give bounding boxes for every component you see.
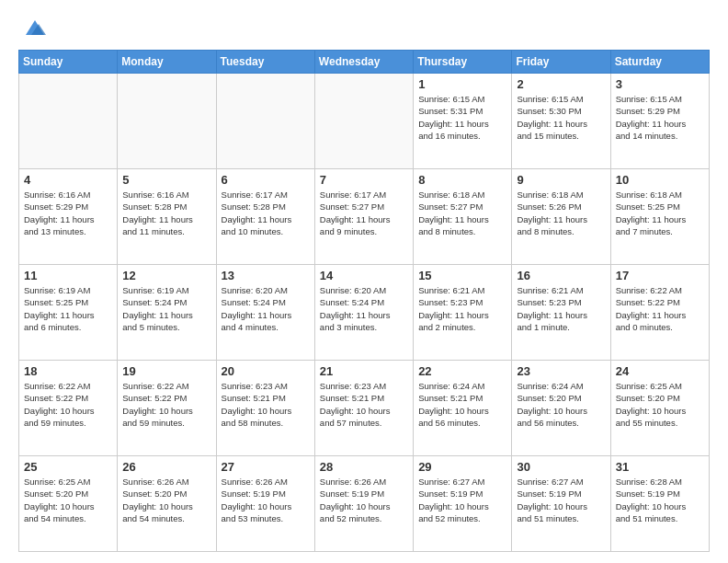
weekday-header-monday: Monday — [118, 51, 216, 74]
calendar-cell: 4Sunrise: 6:16 AMSunset: 5:29 PMDaylight… — [19, 169, 118, 265]
day-number: 16 — [517, 269, 605, 282]
day-info: Sunrise: 6:28 AMSunset: 5:19 PMDaylight:… — [616, 476, 704, 524]
day-info: Sunrise: 6:26 AMSunset: 5:19 PMDaylight:… — [222, 476, 310, 524]
weekday-header-row: SundayMondayTuesdayWednesdayThursdayFrid… — [19, 51, 710, 74]
weekday-header-thursday: Thursday — [414, 51, 512, 74]
calendar-cell: 10Sunrise: 6:18 AMSunset: 5:25 PMDayligh… — [610, 169, 709, 265]
calendar-cell: 20Sunrise: 6:23 AMSunset: 5:21 PMDayligh… — [216, 361, 314, 456]
calendar-cell: 30Sunrise: 6:27 AMSunset: 5:19 PMDayligh… — [512, 456, 610, 552]
day-info: Sunrise: 6:15 AMSunset: 5:29 PMDaylight:… — [616, 93, 704, 142]
header — [18, 15, 710, 40]
calendar-cell: 27Sunrise: 6:26 AMSunset: 5:19 PMDayligh… — [216, 456, 314, 552]
day-info: Sunrise: 6:18 AMSunset: 5:25 PMDaylight:… — [616, 189, 704, 237]
day-number: 11 — [24, 269, 112, 282]
day-info: Sunrise: 6:22 AMSunset: 5:22 PMDaylight:… — [122, 380, 210, 429]
weekday-header-sunday: Sunday — [19, 51, 118, 74]
calendar-cell — [216, 74, 314, 169]
day-number: 25 — [24, 460, 112, 474]
day-info: Sunrise: 6:26 AMSunset: 5:19 PMDaylight:… — [320, 476, 408, 524]
weekday-header-saturday: Saturday — [610, 51, 709, 74]
day-number: 28 — [320, 460, 408, 474]
day-info: Sunrise: 6:21 AMSunset: 5:23 PMDaylight:… — [517, 284, 605, 333]
day-number: 18 — [24, 364, 112, 378]
week-row-2: 4Sunrise: 6:16 AMSunset: 5:29 PMDaylight… — [19, 169, 710, 265]
calendar-cell: 7Sunrise: 6:17 AMSunset: 5:27 PMDaylight… — [314, 169, 413, 265]
calendar-cell: 11Sunrise: 6:19 AMSunset: 5:25 PMDayligh… — [19, 265, 118, 361]
weekday-header-friday: Friday — [512, 51, 610, 74]
calendar-cell: 15Sunrise: 6:21 AMSunset: 5:23 PMDayligh… — [414, 265, 512, 361]
day-number: 8 — [418, 173, 506, 187]
day-info: Sunrise: 6:20 AMSunset: 5:24 PMDaylight:… — [222, 284, 310, 333]
day-number: 15 — [418, 269, 506, 282]
page: SundayMondayTuesdayWednesdayThursdayFrid… — [0, 0, 728, 563]
day-number: 22 — [418, 364, 506, 378]
logo-icon — [22, 15, 48, 40]
day-number: 9 — [517, 173, 605, 187]
calendar-cell: 31Sunrise: 6:28 AMSunset: 5:19 PMDayligh… — [610, 456, 709, 552]
day-number: 29 — [418, 460, 506, 474]
day-number: 2 — [517, 77, 605, 91]
day-info: Sunrise: 6:23 AMSunset: 5:21 PMDaylight:… — [222, 380, 310, 429]
calendar-table: SundayMondayTuesdayWednesdayThursdayFrid… — [18, 50, 710, 552]
week-row-4: 18Sunrise: 6:22 AMSunset: 5:22 PMDayligh… — [19, 361, 710, 456]
calendar-cell: 24Sunrise: 6:25 AMSunset: 5:20 PMDayligh… — [610, 361, 709, 456]
day-info: Sunrise: 6:15 AMSunset: 5:31 PMDaylight:… — [418, 93, 506, 142]
day-info: Sunrise: 6:25 AMSunset: 5:20 PMDaylight:… — [616, 380, 704, 429]
day-info: Sunrise: 6:18 AMSunset: 5:27 PMDaylight:… — [418, 189, 506, 237]
calendar-cell: 2Sunrise: 6:15 AMSunset: 5:30 PMDaylight… — [512, 74, 610, 169]
week-row-5: 25Sunrise: 6:25 AMSunset: 5:20 PMDayligh… — [19, 456, 710, 552]
day-info: Sunrise: 6:19 AMSunset: 5:24 PMDaylight:… — [122, 284, 210, 333]
calendar-cell: 16Sunrise: 6:21 AMSunset: 5:23 PMDayligh… — [512, 265, 610, 361]
calendar-cell: 3Sunrise: 6:15 AMSunset: 5:29 PMDaylight… — [610, 74, 709, 169]
day-number: 3 — [616, 77, 704, 91]
day-info: Sunrise: 6:16 AMSunset: 5:29 PMDaylight:… — [24, 189, 112, 237]
calendar-cell: 23Sunrise: 6:24 AMSunset: 5:20 PMDayligh… — [512, 361, 610, 456]
calendar-cell: 18Sunrise: 6:22 AMSunset: 5:22 PMDayligh… — [19, 361, 118, 456]
weekday-header-tuesday: Tuesday — [216, 51, 314, 74]
day-number: 19 — [122, 364, 210, 378]
day-number: 7 — [320, 173, 408, 187]
calendar-cell: 26Sunrise: 6:26 AMSunset: 5:20 PMDayligh… — [118, 456, 216, 552]
day-number: 4 — [24, 173, 112, 187]
day-number: 1 — [418, 77, 506, 91]
day-info: Sunrise: 6:17 AMSunset: 5:28 PMDaylight:… — [222, 189, 310, 237]
day-number: 24 — [616, 364, 704, 378]
calendar-cell: 14Sunrise: 6:20 AMSunset: 5:24 PMDayligh… — [314, 265, 413, 361]
week-row-1: 1Sunrise: 6:15 AMSunset: 5:31 PMDaylight… — [19, 74, 710, 169]
day-number: 20 — [222, 364, 310, 378]
day-number: 14 — [320, 269, 408, 282]
day-info: Sunrise: 6:20 AMSunset: 5:24 PMDaylight:… — [320, 284, 408, 333]
day-number: 27 — [222, 460, 310, 474]
day-info: Sunrise: 6:15 AMSunset: 5:30 PMDaylight:… — [517, 93, 605, 142]
calendar-cell: 28Sunrise: 6:26 AMSunset: 5:19 PMDayligh… — [314, 456, 413, 552]
day-number: 13 — [222, 269, 310, 282]
day-number: 6 — [222, 173, 310, 187]
day-number: 21 — [320, 364, 408, 378]
calendar-cell: 6Sunrise: 6:17 AMSunset: 5:28 PMDaylight… — [216, 169, 314, 265]
day-number: 26 — [122, 460, 210, 474]
calendar-cell: 19Sunrise: 6:22 AMSunset: 5:22 PMDayligh… — [118, 361, 216, 456]
calendar-cell: 22Sunrise: 6:24 AMSunset: 5:21 PMDayligh… — [414, 361, 512, 456]
day-info: Sunrise: 6:27 AMSunset: 5:19 PMDaylight:… — [517, 476, 605, 524]
calendar-cell: 29Sunrise: 6:27 AMSunset: 5:19 PMDayligh… — [414, 456, 512, 552]
day-number: 5 — [122, 173, 210, 187]
day-number: 31 — [616, 460, 704, 474]
logo — [18, 15, 48, 40]
day-number: 10 — [616, 173, 704, 187]
day-info: Sunrise: 6:19 AMSunset: 5:25 PMDaylight:… — [24, 284, 112, 333]
calendar-cell: 17Sunrise: 6:22 AMSunset: 5:22 PMDayligh… — [610, 265, 709, 361]
day-number: 23 — [517, 364, 605, 378]
day-info: Sunrise: 6:27 AMSunset: 5:19 PMDaylight:… — [418, 476, 506, 524]
calendar-cell: 5Sunrise: 6:16 AMSunset: 5:28 PMDaylight… — [118, 169, 216, 265]
day-number: 17 — [616, 269, 704, 282]
day-info: Sunrise: 6:24 AMSunset: 5:21 PMDaylight:… — [418, 380, 506, 429]
day-number: 12 — [122, 269, 210, 282]
day-info: Sunrise: 6:16 AMSunset: 5:28 PMDaylight:… — [122, 189, 210, 237]
calendar-cell — [19, 74, 118, 169]
calendar-cell: 12Sunrise: 6:19 AMSunset: 5:24 PMDayligh… — [118, 265, 216, 361]
day-info: Sunrise: 6:25 AMSunset: 5:20 PMDaylight:… — [24, 476, 112, 524]
weekday-header-wednesday: Wednesday — [314, 51, 413, 74]
week-row-3: 11Sunrise: 6:19 AMSunset: 5:25 PMDayligh… — [19, 265, 710, 361]
day-info: Sunrise: 6:26 AMSunset: 5:20 PMDaylight:… — [122, 476, 210, 524]
calendar-cell: 13Sunrise: 6:20 AMSunset: 5:24 PMDayligh… — [216, 265, 314, 361]
